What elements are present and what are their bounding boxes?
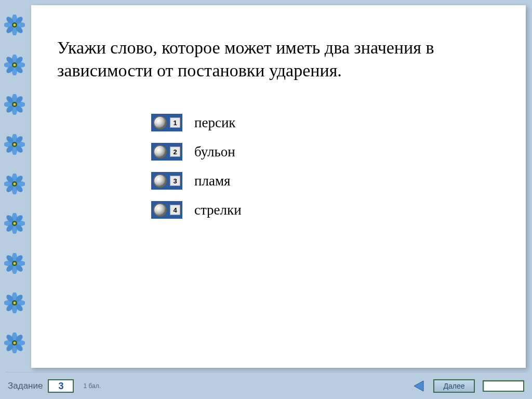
- option-label: бульон: [194, 144, 235, 160]
- flower-icon: [4, 174, 25, 194]
- radio-icon: [153, 116, 167, 129]
- flower-icon: [4, 253, 25, 274]
- options-group: 1 персик 2 бульон 3 пламя 4 стрелки: [151, 113, 500, 219]
- option-label: пламя: [194, 173, 230, 189]
- svg-point-19: [13, 63, 16, 66]
- svg-point-9: [13, 24, 16, 26]
- option-button-3[interactable]: 3: [151, 171, 183, 190]
- option-number: 3: [170, 176, 180, 186]
- decorative-sidebar: [0, 0, 29, 399]
- radio-icon: [153, 174, 167, 188]
- flower-icon: [4, 213, 25, 234]
- progress-box: [483, 380, 524, 392]
- svg-marker-90: [414, 381, 423, 391]
- question-text: Укажи слово, которое может иметь два зна…: [57, 36, 500, 82]
- flower-icon: [4, 332, 25, 353]
- option-button-4[interactable]: 4: [151, 201, 183, 219]
- task-label: Задание: [8, 381, 43, 391]
- flower-icon: [4, 55, 25, 75]
- option-number: 4: [170, 205, 180, 215]
- triangle-left-icon: [412, 379, 425, 393]
- svg-point-69: [13, 262, 16, 264]
- option-label: стрелки: [194, 202, 242, 218]
- svg-point-79: [13, 302, 16, 304]
- footer: Задание 3 1 бал. Далее: [0, 373, 532, 399]
- flower-icon: [4, 15, 25, 35]
- svg-point-59: [13, 222, 16, 225]
- svg-point-29: [13, 103, 16, 106]
- option-row: 3 пламя: [151, 171, 500, 190]
- svg-point-39: [13, 143, 16, 145]
- option-row: 4 стрелки: [151, 201, 500, 219]
- radio-icon: [153, 203, 167, 217]
- task-number: 3: [48, 379, 74, 393]
- radio-icon: [153, 145, 167, 158]
- option-number: 1: [170, 117, 180, 128]
- next-button[interactable]: Далее: [433, 379, 475, 393]
- option-button-1[interactable]: 1: [151, 113, 183, 132]
- svg-point-49: [13, 182, 16, 185]
- points-label: 1 бал.: [83, 382, 101, 390]
- svg-point-89: [13, 341, 16, 344]
- option-row: 2 бульон: [151, 142, 500, 161]
- flower-icon: [4, 292, 25, 313]
- flower-icon: [4, 134, 25, 155]
- option-number: 2: [170, 147, 180, 157]
- option-button-2[interactable]: 2: [151, 142, 183, 161]
- option-label: персик: [194, 115, 235, 131]
- flower-icon: [4, 94, 25, 115]
- slide-content: Укажи слово, которое может иметь два зна…: [31, 5, 526, 368]
- prev-arrow-button[interactable]: [412, 379, 425, 393]
- option-row: 1 персик: [151, 113, 500, 132]
